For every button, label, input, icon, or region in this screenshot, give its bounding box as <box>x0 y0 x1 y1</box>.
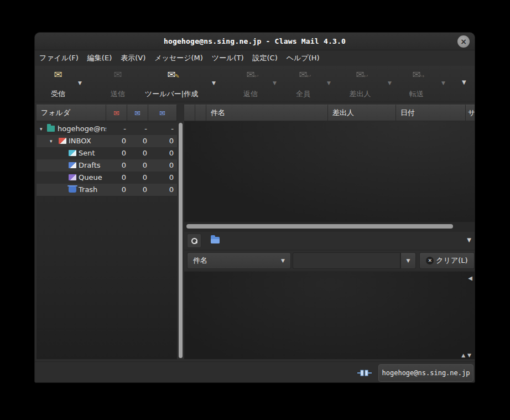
scroll-arrows[interactable]: ▲▼ <box>461 352 473 358</box>
unread-mail-column-header[interactable]: ✉ <box>127 105 148 121</box>
menu-help[interactable]: ヘルプ(H) <box>282 50 324 66</box>
toolbar-reply-all-label: 全員 <box>296 89 310 99</box>
total-mail-column-header[interactable]: ✉ <box>148 105 177 121</box>
folder-row-drafts[interactable]: Drafts 0 0 0 <box>37 159 177 172</box>
forward-arrow-icon: ↪ <box>420 71 424 82</box>
menu-configuration[interactable]: 設定(C) <box>248 50 282 66</box>
close-icon: × <box>460 37 467 46</box>
new-mail-column-header[interactable]: ✉ <box>106 105 127 121</box>
toolbar-reply-button[interactable]: ✉↩ 返信 <box>234 69 267 99</box>
reply-dropdown-arrow[interactable]: ▼ <box>273 80 277 86</box>
menu-message[interactable]: メッセージ(M) <box>150 50 207 66</box>
unread-count: 0 <box>128 135 147 147</box>
toolbar-compose-button[interactable]: ✉✎ ツールバー|作成 <box>139 69 204 99</box>
search-history-dropdown[interactable]: ▼ <box>400 252 416 269</box>
from-column-header[interactable]: 差出人 <box>328 105 396 121</box>
toolbar-forward-label: 転送 <box>409 89 424 99</box>
menu-file[interactable]: ファイル(F) <box>35 50 83 66</box>
message-view-body[interactable]: ◀ ▲▼ <box>184 272 475 359</box>
expander-icon[interactable]: ▾ <box>40 123 43 135</box>
folder-pane: フォルダ ✉ ✉ ✉ ▾ hogehoge@ns - - - <box>37 105 177 359</box>
reply-all-dropdown-arrow[interactable]: ▼ <box>327 80 331 86</box>
total-mail-icon: ✉ <box>159 110 165 117</box>
subject-column-header[interactable]: 件名 <box>206 105 328 121</box>
close-button[interactable]: × <box>457 35 470 48</box>
toolbar-overflow-arrow[interactable]: ▼ <box>462 79 466 85</box>
reply-icon: ✉↩ <box>246 69 254 81</box>
compose-dropdown-arrow[interactable]: ▼ <box>212 80 216 86</box>
mail-receive-icon: ✉ <box>54 69 62 81</box>
clear-search-button[interactable]: ✕ クリア(L) <box>419 252 475 269</box>
new-count: 0 <box>107 172 126 184</box>
open-folder-icon <box>211 237 220 243</box>
toolbar-send-button[interactable]: ✉ 送信 <box>101 69 134 99</box>
unread-count: 0 <box>128 147 147 159</box>
new-count: 0 <box>107 184 126 196</box>
folder-pane-scrollbar[interactable] <box>178 123 183 358</box>
new-count: 0 <box>107 159 126 172</box>
attachment-column-header[interactable] <box>195 105 206 121</box>
main-toolbar: ✉ 受信 ▼ ✉ 送信 ✉✎ ツールバー|作成 ▼ ✉↩ 返信 ▼ ✉↩ 全員 … <box>35 66 475 102</box>
menu-edit[interactable]: 編集(E) <box>83 50 116 66</box>
total-count: 0 <box>155 159 174 172</box>
toolbar-receive-label: 受信 <box>51 89 65 99</box>
toolbar-send-label: 送信 <box>111 89 125 99</box>
total-count: 0 <box>155 135 174 147</box>
content-area: フォルダ ✉ ✉ ✉ ▾ hogehoge@ns - - - <box>35 103 475 360</box>
receive-dropdown-arrow[interactable]: ▼ <box>78 80 82 86</box>
new-count: 0 <box>107 135 126 147</box>
reply-all-icon: ✉↩ <box>299 69 307 81</box>
date-column-header[interactable]: 日付 <box>396 105 466 121</box>
message-list-header: 件名 差出人 日付 サ <box>184 105 475 121</box>
statusbar: hogehoge@ns.sing.ne.jp <box>35 361 475 383</box>
toolbar-reply-sender-button[interactable]: ✉↩ 差出人 <box>340 69 380 99</box>
reply-all-arrow-icon: ↩ <box>306 71 311 82</box>
network-status-icon[interactable] <box>357 369 372 379</box>
folder-row-queue[interactable]: Queue 0 0 0 <box>37 172 177 184</box>
unread-mail-icon: ✉ <box>134 110 140 117</box>
folder-name: Queue <box>79 172 106 184</box>
account-selector[interactable]: hogehoge@ns.sing.ne.jp <box>378 364 473 382</box>
scrollbar-thumb[interactable] <box>179 123 183 358</box>
toolbar-receive-button[interactable]: ✉ 受信 <box>40 69 76 99</box>
folder-name: Sent <box>79 147 106 159</box>
toolbar-reply-all-button[interactable]: ✉↩ 全員 <box>287 69 320 99</box>
message-search-button[interactable] <box>187 234 201 248</box>
window-title: hogehoge@ns.sing.ne.jp - Claws Mail 4.3.… <box>164 37 346 45</box>
queue-folder-icon <box>69 174 76 180</box>
message-list-pane: 件名 差出人 日付 サ ▼ 件名 ▼ <box>184 105 475 359</box>
search-type-dropdown[interactable]: 件名 ▼ <box>187 252 291 269</box>
folder-name: hogehoge@ns <box>58 123 106 135</box>
reply-sender-icon: ✉↩ <box>356 69 364 81</box>
reply-sender-dropdown-arrow[interactable]: ▼ <box>388 80 392 86</box>
trash-folder-icon <box>69 186 76 193</box>
search-input[interactable] <box>293 252 400 269</box>
menu-tools[interactable]: ツール(T) <box>207 50 248 66</box>
compose-icon: ✉✎ <box>167 69 175 81</box>
forward-dropdown-arrow[interactable]: ▼ <box>441 80 445 86</box>
hide-panel-arrow-icon[interactable]: ◀ <box>468 275 472 281</box>
toolbar-forward-button[interactable]: ✉↪ 転送 <box>400 69 433 99</box>
mail-send-icon: ✉ <box>113 69 122 81</box>
reply-arrow-icon: ↩ <box>254 71 258 82</box>
folder-column-header[interactable]: フォルダ <box>37 105 106 121</box>
folder-row-inbox[interactable]: ▾ INBOX 0 0 0 <box>37 135 177 147</box>
folder-pane-header: フォルダ ✉ ✉ ✉ <box>37 105 177 121</box>
expander-icon[interactable]: ▾ <box>50 135 53 147</box>
new-count: 0 <box>107 147 126 159</box>
clear-search-label: クリア(L) <box>436 256 467 266</box>
sender-arrow-icon: ↩ <box>363 71 368 82</box>
forward-icon: ✉↪ <box>412 69 420 81</box>
folder-row-sent[interactable]: Sent 0 0 0 <box>37 147 177 159</box>
size-column-header[interactable]: サ <box>466 105 475 121</box>
folder-name: Trash <box>79 184 106 196</box>
folder-row-account[interactable]: ▾ hogehoge@ns - - - <box>37 123 177 135</box>
scrollbar-thumb[interactable] <box>186 224 453 229</box>
titlebar[interactable]: hogehoge@ns.sing.ne.jp - Claws Mail 4.3.… <box>35 33 475 50</box>
message-view-dropdown-arrow[interactable]: ▼ <box>467 237 471 243</box>
message-list-body[interactable] <box>184 121 475 222</box>
flag-column-header[interactable] <box>184 105 195 121</box>
folder-row-trash[interactable]: Trash 0 0 0 <box>37 184 177 196</box>
menu-view[interactable]: 表示(V) <box>116 50 150 66</box>
message-list-hscrollbar[interactable] <box>184 222 475 231</box>
